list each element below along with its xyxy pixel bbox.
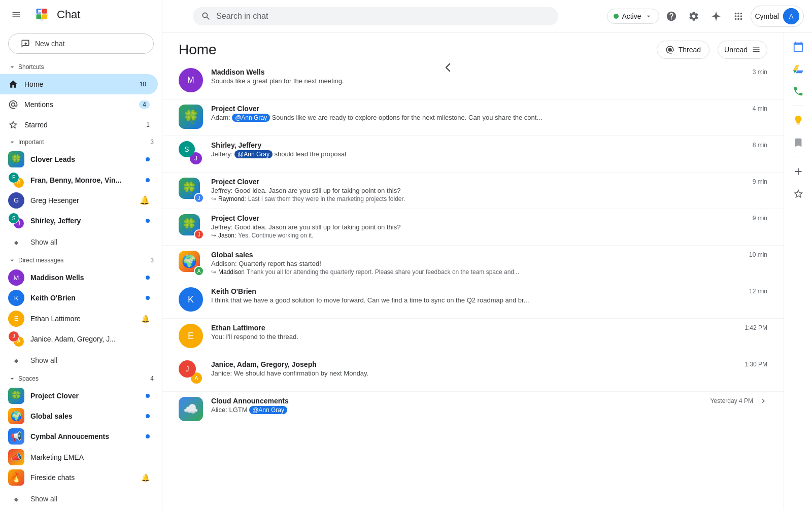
- home-badge: 10: [136, 80, 150, 88]
- chat-item-maddison[interactable]: M Maddison Wells 3 min Sounds like a gre…: [162, 63, 784, 99]
- show-all-dm[interactable]: Show all: [0, 349, 162, 371]
- menu-button[interactable]: [6, 5, 26, 25]
- calendar-button[interactable]: [788, 37, 808, 57]
- shortcuts-label: Shortcuts: [18, 63, 154, 71]
- topbar: Active: [162, 0, 812, 32]
- status-pill[interactable]: Active: [607, 9, 659, 24]
- chat-item-cloud-announcements[interactable]: ☁️ Cloud Announcements Yesterday 4 PM Al…: [162, 392, 784, 428]
- help-button[interactable]: [661, 6, 682, 26]
- sidebar-item-shirley-jeffery[interactable]: S J Shirley, Jeffery: [0, 211, 158, 231]
- sidebar-item-fran-benny[interactable]: F B Fran, Benny, Monroe, Vin...: [0, 170, 158, 190]
- project-clover-1-name: Project Clover: [211, 105, 259, 113]
- search-bar[interactable]: [193, 7, 558, 25]
- global-sales-chat-avatar: 🌍 A: [179, 251, 203, 275]
- maddison-dot: [146, 276, 150, 280]
- sidebar-item-home[interactable]: Home 10: [0, 74, 158, 94]
- chat-item-shirley-jeffery[interactable]: S J Shirley, Jeffery 8 min Jeffery: @Ann…: [162, 136, 784, 173]
- sidebar-item-starred[interactable]: Starred 1: [0, 115, 158, 135]
- content-area: Home Thread Unread: [162, 32, 812, 510]
- clover-leads-dot: [146, 157, 150, 161]
- settings-button[interactable]: [684, 6, 704, 26]
- home-icon: [8, 79, 18, 89]
- janice-group-content: Janice, Adam, Gregory, Joseph 1:30 PM Ja…: [211, 360, 767, 377]
- important-label: Important: [18, 139, 148, 146]
- project-clover-icon: 🍀: [8, 388, 24, 404]
- show-all-important-label: Show all: [30, 238, 57, 246]
- bookmark-button[interactable]: [788, 132, 808, 153]
- add-addon-button[interactable]: [788, 161, 808, 182]
- clover-leads-icon: 🍀: [8, 151, 24, 167]
- chat-item-project-clover-1[interactable]: 🍀 Project Clover 4 min Adam: @Ann Gray S…: [162, 99, 784, 136]
- ann-gray-mention-1: @Ann Gray: [232, 114, 270, 122]
- unread-label: Unread: [724, 46, 748, 54]
- fireside-label: Fireside chats: [30, 473, 135, 482]
- ann-gray-mention-2: @Ann Gray: [234, 150, 273, 158]
- meet-icon: [793, 86, 804, 97]
- sidebar-item-ethan[interactable]: E Ethan Lattimore 🔔: [0, 309, 158, 329]
- spark-button[interactable]: [706, 6, 726, 26]
- starred-badge: 1: [146, 121, 150, 128]
- project-clover-2-content: Project Clover 9 min Jeffrey: Good idea.…: [211, 178, 767, 202]
- search-input[interactable]: [216, 12, 550, 21]
- meet-button[interactable]: [788, 81, 808, 101]
- sidebar: Chat New chat Shortcuts Home 10 Mentions…: [0, 0, 162, 510]
- ethan-time: 1:42 PM: [745, 324, 767, 331]
- unread-toggle-icon: [752, 45, 761, 54]
- marketing-emea-label: Marketing EMEA: [30, 453, 150, 461]
- keith-chat-name: Keith O'Brien: [211, 287, 256, 295]
- chat-item-project-clover-3[interactable]: 🍀 J Project Clover 9 min Jeffrey: Good i…: [162, 209, 784, 246]
- sidebar-item-keith[interactable]: K Keith O'Brien: [0, 288, 158, 308]
- sidebar-item-global-sales[interactable]: 🌍 Global sales: [0, 406, 158, 426]
- keith-time: 12 min: [749, 288, 767, 295]
- chat-item-keith-obrien[interactable]: K Keith O'Brien 12 min I think that we h…: [162, 282, 784, 319]
- spaces-section-header[interactable]: Spaces 4: [0, 371, 162, 386]
- janice-group-avatar: J A: [179, 360, 203, 385]
- new-chat-button[interactable]: New chat: [8, 33, 154, 54]
- sidebar-item-project-clover[interactable]: 🍀 Project Clover: [0, 386, 158, 406]
- expand-icon[interactable]: [759, 397, 767, 405]
- sidebar-item-clover-leads[interactable]: 🍀 Clover Leads: [0, 149, 158, 169]
- dm-section-header[interactable]: Direct messages 3: [0, 253, 162, 267]
- sidebar-item-fireside[interactable]: 🔥 Fireside chats 🔔: [0, 467, 158, 488]
- sidebar-item-cymbal[interactable]: 📢 Cymbal Annoucements: [0, 426, 158, 447]
- shirley-jeffery-message: Jeffery: @Ann Gray should lead the propo…: [211, 150, 767, 158]
- keep-button[interactable]: [788, 110, 808, 130]
- sidebar-item-mentions[interactable]: Mentions 4: [0, 94, 158, 115]
- cloud-announcements-avatar: ☁️: [179, 397, 203, 421]
- chat-item-project-clover-2[interactable]: 🍀 J Project Clover 9 min Jeffrey: Good i…: [162, 173, 784, 209]
- show-all-important[interactable]: Show all: [0, 231, 162, 253]
- chat-item-ethan-lattimore[interactable]: E Ethan Lattimore 1:42 PM You: I'll resp…: [162, 319, 784, 355]
- sidebar-header: Chat: [0, 0, 162, 29]
- fran-benny-dot: [146, 178, 150, 182]
- sidebar-item-marketing-emea[interactable]: 📣 Marketing EMEA: [0, 447, 158, 467]
- important-section-header[interactable]: Important 3: [0, 135, 162, 149]
- show-all-spaces[interactable]: Show all: [0, 488, 162, 510]
- ann-gray-mention-3: @Ann Gray: [249, 406, 287, 414]
- maddison-name-row: Maddison Wells 3 min: [211, 68, 767, 76]
- global-sales-content: Global sales 10 min Addison: Quarterly r…: [211, 251, 767, 276]
- shirley-jeffery-name-row: Shirley, Jeffery 8 min: [211, 141, 767, 149]
- chat-item-janice-group[interactable]: J A Janice, Adam, Gregory, Joseph 1:30 P…: [162, 355, 784, 392]
- search-container: [193, 7, 558, 25]
- sidebar-item-maddison-wells[interactable]: M Maddison Wells: [0, 267, 158, 288]
- search-icon: [201, 11, 211, 21]
- cloud-announcements-name: Cloud Announcements: [211, 397, 289, 405]
- global-sales-time: 10 min: [749, 251, 767, 258]
- save-button[interactable]: [788, 184, 808, 204]
- account-button[interactable]: Cymbal A: [751, 6, 804, 27]
- drive-button[interactable]: [788, 59, 808, 79]
- sidebar-item-janice[interactable]: J A Janice, Adam, Gregory, J...: [0, 329, 158, 349]
- spaces-badge: 4: [150, 375, 154, 382]
- thread-button[interactable]: Thread: [657, 41, 709, 59]
- sidebar-item-greg[interactable]: G Greg Hesenger 🔔: [0, 190, 158, 211]
- fran-benny-avatar: F B: [8, 172, 24, 188]
- unread-button[interactable]: Unread: [718, 41, 767, 59]
- shortcuts-section-header[interactable]: Shortcuts: [0, 60, 162, 74]
- starred-label: Starred: [24, 121, 140, 129]
- right-sidebar: [784, 32, 812, 510]
- chat-item-global-sales[interactable]: 🌍 A Global sales 10 min Addison: Quarter…: [162, 246, 784, 282]
- grid-button[interactable]: [728, 6, 749, 26]
- maddison-chat-time: 3 min: [753, 69, 767, 76]
- keith-avatar: K: [8, 290, 24, 306]
- cloud-announcements-name-row: Cloud Announcements Yesterday 4 PM: [211, 397, 767, 405]
